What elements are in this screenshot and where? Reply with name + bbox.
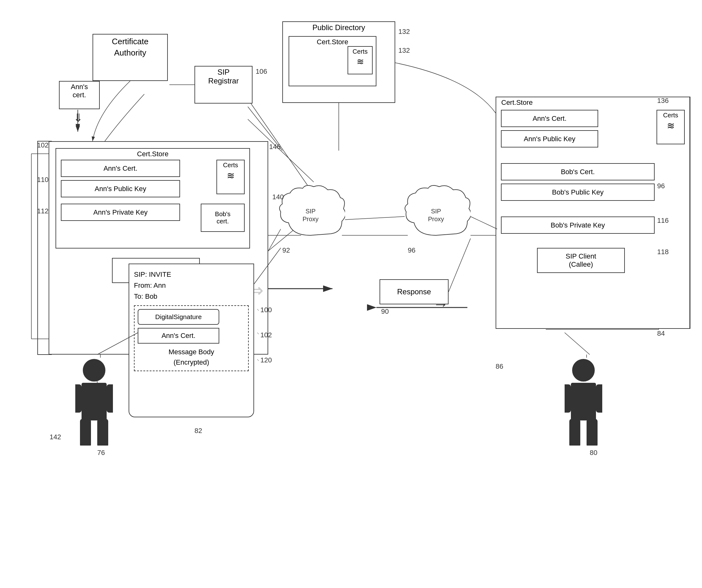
ref-102-left-label: 102 [37, 141, 48, 150]
svg-rect-26 [82, 383, 107, 420]
svg-text:Proxy: Proxy [428, 215, 444, 222]
right-certs-box: Certs ≋ [657, 110, 685, 144]
message-body-text: Message Body(Encrypted) [138, 347, 245, 368]
left-cert-store-label: Cert.Store [58, 150, 247, 158]
svg-rect-28 [107, 384, 113, 413]
right-device-box: Cert.Store Certs ≋ Ann's Cert. Ann's Pub… [496, 97, 690, 329]
right-bobs-private-key-label: Bob's Private Key [551, 221, 605, 229]
ref-102-invite-label: 102 [260, 331, 272, 339]
certs-top-box: Certs ≋ [348, 46, 373, 74]
cert-store-top-box: Cert.Store Certs ≋ [288, 36, 376, 86]
svg-text:Proxy: Proxy [303, 215, 318, 222]
svg-text:SIP: SIP [306, 208, 316, 215]
svg-rect-35 [569, 419, 580, 446]
right-anns-cert-box: Ann's Cert. [501, 110, 598, 127]
sip-proxy-left-cloud: SIP Proxy [276, 185, 345, 241]
svg-rect-34 [596, 384, 602, 413]
anns-cert-small-label: Ann'scert. [71, 83, 88, 99]
ann-person [75, 358, 113, 447]
sip-invite-anns-cert-box: Ann's Cert. [138, 328, 219, 344]
sip-registrar-label: SIPRegistrar [208, 68, 239, 85]
left-anns-public-key-box: Ann's Public Key [61, 180, 180, 197]
ref-132-label: 132 [398, 46, 410, 55]
svg-rect-30 [97, 419, 108, 446]
ref-82-label: 82 [195, 427, 202, 435]
ref-106-label: 106 [256, 68, 267, 76]
left-bobs-cert-box: Bob'scert. [201, 204, 245, 232]
svg-text:SIP: SIP [431, 208, 441, 215]
down-arrow-icon: ⇓ [74, 111, 83, 124]
sip-invite-header: SIP: INVITEFrom: AnnTo: Bob [134, 269, 249, 302]
certificate-authority-box: Certificate Authority [93, 34, 168, 81]
ref-110-label: 110 [37, 176, 48, 184]
left-bobs-cert-label: Bob'scert. [215, 210, 230, 225]
bob-person [565, 358, 602, 447]
ref-96-right-device-label: 96 [657, 182, 665, 190]
svg-rect-33 [565, 384, 571, 413]
svg-point-31 [572, 359, 594, 381]
right-bobs-public-key-box: Bob's Public Key [501, 184, 655, 201]
digital-signature-label: DigitalSignature [155, 313, 202, 321]
ref-92-label: 92 [282, 246, 290, 255]
ref-136-label: 136 [657, 97, 669, 105]
cert-store-top-label: Cert.Store [292, 38, 373, 46]
svg-rect-36 [587, 419, 598, 446]
svg-line-40 [471, 216, 497, 229]
certs-top-label: Certs [351, 48, 369, 55]
right-sip-client-label: SIP Client(Callee) [566, 252, 596, 269]
left-anns-private-key-box: Ann's Private Key [61, 204, 180, 221]
ref-116-label: 116 [657, 216, 669, 225]
svg-rect-27 [75, 384, 82, 413]
left-cert-store-box: Cert.Store Ann's Cert. Ann's Public Key … [55, 148, 250, 249]
left-anns-public-key-label: Ann's Public Key [95, 185, 146, 193]
sip-registrar-box: SIPRegistrar [195, 66, 252, 104]
svg-point-25 [83, 359, 105, 381]
svg-line-47 [565, 332, 590, 355]
ref-80-label: 80 [590, 449, 597, 457]
right-bobs-cert-label: Bob's Cert. [561, 168, 595, 176]
right-anns-cert-label: Ann's Cert. [533, 114, 567, 123]
ref-76-label: 76 [97, 449, 105, 457]
sip-proxy-right-cloud: SIP Proxy [401, 185, 471, 241]
ref-112-label: 112 [37, 207, 48, 215]
right-anns-public-key-label: Ann's Public Key [524, 135, 575, 143]
response-box: Response [379, 279, 449, 304]
svg-line-41 [345, 216, 404, 220]
left-anns-private-key-label: Ann's Private Key [94, 208, 148, 216]
left-anns-cert-box: Ann's Cert. [61, 160, 180, 177]
right-anns-public-key-box: Ann's Public Key [501, 130, 598, 148]
digital-signature-box: DigitalSignature [138, 309, 219, 325]
right-certs-label: Certs [660, 112, 682, 119]
anns-cert-small-box: Ann'scert. [59, 81, 100, 109]
ref-146-label: 146 [269, 143, 281, 151]
svg-line-50 [257, 359, 259, 361]
svg-rect-32 [571, 383, 596, 420]
certificate-authority-label: Certificate Authority [112, 37, 148, 58]
svg-rect-29 [80, 419, 91, 446]
ref-140-label: 140 [272, 193, 284, 201]
left-certs-label: Certs [220, 162, 242, 169]
right-bobs-cert-box: Bob's Cert. [501, 163, 655, 180]
ref-96-right-proxy-label: 96 [408, 246, 415, 255]
svg-line-43 [449, 238, 471, 292]
right-sip-client-box: SIP Client(Callee) [537, 248, 625, 273]
ref-118-label: 118 [657, 248, 669, 256]
public-directory-label: Public Directory [285, 23, 392, 32]
ref-128-label: 132 [398, 28, 410, 36]
left-certs-box: Certs ≋ [216, 160, 245, 194]
ref-90-label: 90 [381, 307, 389, 316]
public-directory-box: Public Directory Cert.Store Certs ≋ [282, 21, 395, 103]
ref-86-label: 86 [496, 363, 503, 371]
ref-100-label: 100 [260, 306, 272, 314]
sip-invite-anns-cert-label: Ann's Cert. [161, 332, 196, 340]
response-label: Response [397, 287, 431, 296]
right-bobs-public-key-label: Bob's Public Key [552, 188, 603, 196]
sip-invite-box: SIP: INVITEFrom: AnnTo: Bob DigitalSigna… [129, 264, 254, 417]
left-anns-cert-label: Ann's Cert. [104, 165, 137, 173]
ref-84-label: 84 [657, 329, 665, 337]
right-bobs-private-key-box: Bob's Private Key [501, 216, 655, 234]
ref-142-label: 142 [49, 433, 61, 441]
ref-120-label: 120 [260, 356, 272, 364]
